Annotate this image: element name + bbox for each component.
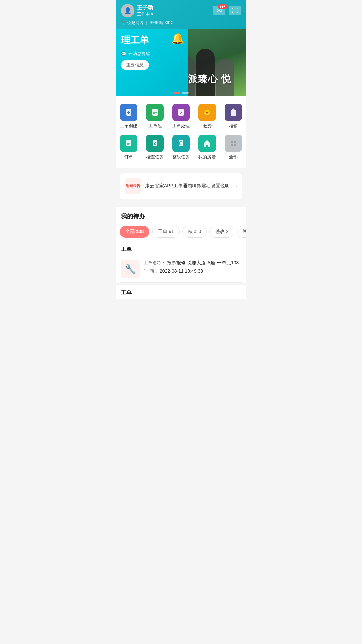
tab-patrol[interactable]: 巡检 0 — [237, 226, 246, 238]
card-section-1-title: 工单 — [120, 242, 242, 256]
dot-2[interactable] — [182, 92, 189, 94]
mail-button[interactable]: ✉ 99+ — [213, 6, 225, 15]
announcement-text: 康云管家APP工单通知响铃震动设置说明 — [145, 183, 231, 189]
payment-icon: ¥ — [198, 104, 216, 121]
order-label: 订单 — [124, 154, 133, 160]
menu-item-rectify[interactable]: 整改任务 — [169, 135, 193, 160]
check-icon — [146, 135, 164, 152]
svg-rect-36 — [234, 144, 236, 146]
property-label: 我的房源 — [198, 154, 216, 160]
card-name-value-1: 报事报修 悦趣大厦-A座-一单元103 — [167, 260, 239, 265]
card-time-label-1: 时 间： — [144, 269, 158, 274]
header: 👤 王子瑜 工作中 ▾ ✉ 99+ ⛶ 📍 悦趣网络 ｜ 郑州 晴 36°C — [116, 0, 246, 29]
notification-row: 💬 开消息提醒 — [121, 51, 182, 57]
menu-item-all[interactable]: 全部 — [222, 135, 245, 160]
expand-button[interactable]: ⛶ — [229, 6, 241, 15]
announcement-logo: 渝知 公告 — [125, 178, 141, 194]
banner: 理工单 💬 开消息提醒 重要信息 🔔 康派臻心 悦 — [116, 29, 246, 96]
card-time-value-1: 2022-08-11 18:49:38 — [160, 268, 203, 274]
menu-grid: 工单创建 工单池 — [116, 96, 246, 168]
menu-row-2: 订单 核查任务 — [116, 132, 246, 163]
card-name-label-1: 工单名称： — [144, 260, 166, 265]
menu-item-payment[interactable]: ¥ 缴费 — [195, 104, 219, 129]
tab-all[interactable]: 全部 108 — [120, 226, 149, 238]
dot-1[interactable] — [173, 92, 180, 94]
process-label: 工单处理 — [172, 123, 190, 129]
divider-1 — [116, 168, 246, 171]
menu-item-process[interactable]: 工单处理 — [169, 104, 193, 129]
create-label: 工单创建 — [120, 123, 137, 129]
payment-label: 缴费 — [203, 123, 212, 129]
location-row: 📍 悦趣网络 ｜ 郑州 晴 36°C — [121, 20, 241, 29]
work-card-1[interactable]: 🔧 工单名称： 报事报修 悦趣大厦-A座-一单元103 时 间： 2022-08… — [120, 256, 242, 283]
process-icon — [172, 104, 190, 121]
announcement-card[interactable]: 渝知 公告 康云管家APP工单通知响铃震动设置说明 › — [120, 173, 242, 199]
cards-container-2: 工单 — [116, 285, 246, 299]
verify-icon — [225, 104, 242, 121]
rectify-icon — [172, 135, 190, 152]
card-section-2-title: 工单 — [120, 285, 242, 299]
divider-2 — [116, 202, 246, 204]
menu-item-check[interactable]: 核查任务 — [143, 135, 167, 160]
pending-section-header: 我的待办 — [116, 207, 246, 223]
all-label: 全部 — [229, 154, 238, 160]
banner-dots — [173, 92, 189, 94]
weather-text: 郑州 晴 36°C — [150, 20, 173, 26]
pool-icon — [146, 104, 164, 121]
mail-badge: 99+ — [218, 4, 227, 9]
banner-left: 理工单 💬 开消息提醒 重要信息 🔔 — [116, 29, 188, 96]
header-icons: ✉ 99+ ⛶ — [213, 6, 241, 15]
bell-icon: 🔔 — [171, 32, 184, 45]
verify-label: 核销 — [229, 123, 238, 129]
create-icon — [120, 104, 137, 121]
order-icon — [120, 135, 137, 152]
property-icon — [198, 135, 216, 152]
menu-row-1: 工单创建 工单池 — [116, 101, 246, 132]
location-icon: 📍 — [121, 21, 126, 25]
avatar[interactable]: 👤 — [121, 4, 134, 17]
menu-item-pool[interactable]: 工单池 — [143, 104, 167, 129]
menu-item-property[interactable]: 我的房源 — [195, 135, 219, 160]
work-status[interactable]: 工作中 ▾ — [137, 11, 153, 17]
user-info: 👤 王子瑜 工作中 ▾ — [121, 4, 153, 17]
important-button[interactable]: 重要信息 — [121, 60, 149, 70]
pool-label: 工单池 — [148, 123, 162, 129]
notification-icon: 💬 — [121, 51, 126, 56]
location-text: 悦趣网络 — [127, 20, 143, 26]
user-name: 王子瑜 — [137, 4, 153, 11]
notification-text: 开消息提醒 — [128, 51, 150, 57]
rectify-label: 整改任务 — [172, 154, 190, 160]
check-label: 核查任务 — [146, 154, 164, 160]
divider-3 — [116, 283, 246, 285]
tab-workorder[interactable]: 工单 91 — [152, 226, 179, 238]
tab-rectify[interactable]: 整改 2 — [209, 226, 234, 238]
all-icon — [225, 135, 242, 152]
tabs-row: 全部 108 工单 91 核查 0 整改 2 巡检 0 — [116, 223, 246, 242]
svg-rect-10 — [178, 109, 184, 116]
svg-rect-34 — [234, 141, 236, 143]
menu-item-verify[interactable]: 核销 — [222, 104, 245, 129]
announcement-arrow: › — [235, 183, 237, 189]
svg-text:¥: ¥ — [206, 112, 208, 115]
menu-item-create[interactable]: 工单创建 — [117, 104, 140, 129]
menu-item-order[interactable]: 订单 — [117, 135, 140, 160]
cards-container: 工单 🔧 工单名称： 报事报修 悦趣大厦-A座-一单元103 时 间： 2022… — [116, 242, 246, 283]
svg-rect-33 — [231, 141, 233, 143]
card-content-1: 工单名称： 报事报修 悦趣大厦-A座-一单元103 时 间： 2022-08-1… — [144, 260, 241, 274]
card-icon-1: 🔧 — [121, 260, 140, 278]
svg-rect-32 — [229, 139, 238, 148]
svg-rect-35 — [231, 144, 233, 146]
tab-check[interactable]: 核查 0 — [182, 226, 207, 238]
pending-title: 我的待办 — [121, 213, 145, 220]
